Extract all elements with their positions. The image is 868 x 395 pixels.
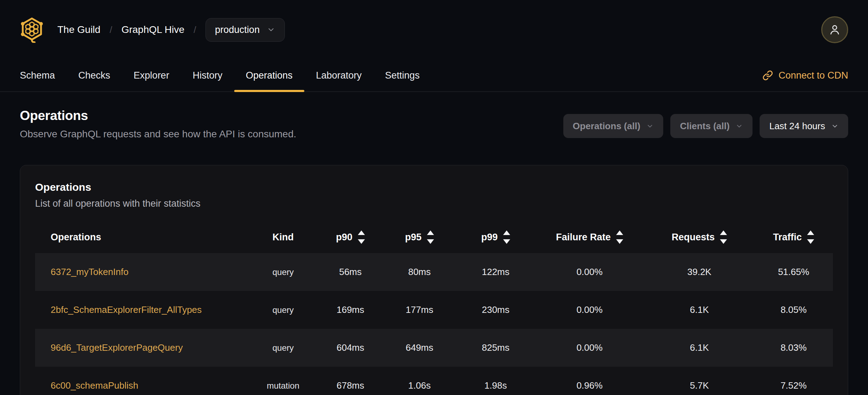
page-heading: Operations Observe GraphQL requests and … [20, 108, 848, 140]
clients-filter-dropdown[interactable]: Clients (all) [670, 114, 753, 138]
tab-schema[interactable]: Schema [8, 59, 67, 91]
p99-cell: 230ms [457, 291, 535, 329]
p99-cell: 1.98s [457, 367, 535, 395]
p90-cell: 169ms [319, 291, 382, 329]
operation-link[interactable]: 96d6_TargetExplorerPageQuery [51, 342, 183, 353]
breadcrumb-project[interactable]: GraphQL Hive [122, 24, 185, 35]
card-title: Operations [35, 181, 833, 194]
p99-cell: 825ms [457, 329, 535, 367]
target-selector-value: production [215, 24, 260, 35]
column-header-traffic[interactable]: Traffic [754, 221, 833, 253]
table-row: 6372_myTokenInfo query 56ms 80ms 122ms 0… [35, 253, 833, 291]
chevron-down-icon [735, 122, 743, 130]
traffic-cell: 8.03% [754, 329, 833, 367]
chevron-down-icon [267, 25, 275, 34]
p95-cell: 177ms [382, 291, 457, 329]
page-heading-text: Operations Observe GraphQL requests and … [20, 108, 296, 140]
connect-to-cdn-label: Connect to CDN [778, 70, 848, 81]
sort-arrows-icon[interactable] [616, 230, 623, 244]
operation-link[interactable]: 2bfc_SchemaExplorerFilter_AllTypes [51, 304, 202, 315]
operations-table: Operations Kind p90 p95 p99 [35, 221, 833, 395]
column-header-failure-rate[interactable]: Failure Rate [535, 221, 644, 253]
requests-cell: 5.7K [644, 367, 754, 395]
traffic-cell: 7.52% [754, 367, 833, 395]
failure-rate-cell: 0.00% [535, 291, 644, 329]
top-bar: The Guild / GraphQL Hive / production [0, 0, 868, 59]
date-range-dropdown[interactable]: Last 24 hours [760, 114, 848, 138]
kind-cell: mutation [248, 367, 319, 395]
sort-arrows-icon[interactable] [807, 230, 814, 244]
column-header-p95[interactable]: p95 [382, 221, 457, 253]
requests-cell: 6.1K [644, 291, 754, 329]
clients-filter-label: Clients (all) [680, 121, 729, 132]
p90-cell: 56ms [319, 253, 382, 291]
tab-explorer[interactable]: Explorer [122, 59, 181, 91]
table-row: 96d6_TargetExplorerPageQuery query 604ms… [35, 329, 833, 367]
target-selector-dropdown[interactable]: production [205, 18, 285, 42]
page-title: Operations [20, 108, 296, 124]
tab-settings[interactable]: Settings [373, 59, 432, 91]
table-header-row: Operations Kind p90 p95 p99 [35, 221, 833, 253]
column-header-p99[interactable]: p99 [457, 221, 535, 253]
p90-cell: 678ms [319, 367, 382, 395]
connect-to-cdn-link[interactable]: Connect to CDN [762, 59, 848, 91]
link-icon [762, 70, 773, 81]
breadcrumb-separator: / [109, 24, 112, 35]
traffic-cell: 8.05% [754, 291, 833, 329]
sort-arrows-icon[interactable] [503, 230, 510, 244]
p95-cell: 1.06s [382, 367, 457, 395]
hive-logo-icon[interactable] [20, 17, 44, 43]
column-header-requests[interactable]: Requests [644, 221, 754, 253]
p95-cell: 80ms [382, 253, 457, 291]
operations-filter-label: Operations (all) [573, 121, 641, 132]
card-subtitle: List of all operations with their statis… [35, 198, 833, 209]
target-nav-tabs: Schema Checks Explorer History Operation… [0, 59, 868, 92]
date-range-label: Last 24 hours [769, 121, 825, 132]
tab-history[interactable]: History [181, 59, 234, 91]
breadcrumb: The Guild / GraphQL Hive / production [57, 18, 285, 42]
user-avatar-button[interactable] [821, 16, 848, 43]
operations-table-body: 6372_myTokenInfo query 56ms 80ms 122ms 0… [35, 253, 833, 395]
kind-cell: query [248, 329, 319, 367]
chevron-down-icon [646, 122, 654, 130]
operation-link[interactable]: 6c00_schemaPublish [51, 380, 138, 391]
breadcrumb-org[interactable]: The Guild [57, 24, 100, 35]
p99-cell: 122ms [457, 253, 535, 291]
sort-arrows-icon[interactable] [358, 230, 365, 244]
requests-cell: 39.2K [644, 253, 754, 291]
table-row: 6c00_schemaPublish mutation 678ms 1.06s … [35, 367, 833, 395]
failure-rate-cell: 0.00% [535, 253, 644, 291]
failure-rate-cell: 0.00% [535, 329, 644, 367]
user-icon [828, 23, 841, 36]
filters-toolbar: Operations (all) Clients (all) Last 24 h… [563, 114, 848, 138]
table-row: 2bfc_SchemaExplorerFilter_AllTypes query… [35, 291, 833, 329]
tab-checks[interactable]: Checks [67, 59, 122, 91]
traffic-cell: 51.65% [754, 253, 833, 291]
sort-arrows-icon[interactable] [720, 230, 727, 244]
chevron-down-icon [831, 122, 839, 130]
column-header-p90[interactable]: p90 [319, 221, 382, 253]
p95-cell: 649ms [382, 329, 457, 367]
operations-filter-dropdown[interactable]: Operations (all) [563, 114, 664, 138]
column-header-operations: Operations [35, 221, 248, 253]
failure-rate-cell: 0.96% [535, 367, 644, 395]
kind-cell: query [248, 291, 319, 329]
column-header-kind: Kind [248, 221, 319, 253]
sort-arrows-icon[interactable] [427, 230, 434, 244]
requests-cell: 6.1K [644, 329, 754, 367]
tab-operations[interactable]: Operations [234, 59, 304, 91]
operations-card: Operations List of all operations with t… [20, 165, 848, 395]
tab-laboratory[interactable]: Laboratory [304, 59, 373, 91]
operation-link[interactable]: 6372_myTokenInfo [51, 267, 129, 277]
kind-cell: query [248, 253, 319, 291]
breadcrumb-separator: / [194, 24, 196, 35]
p90-cell: 604ms [319, 329, 382, 367]
page-subtitle: Observe GraphQL requests and see how the… [20, 128, 296, 140]
